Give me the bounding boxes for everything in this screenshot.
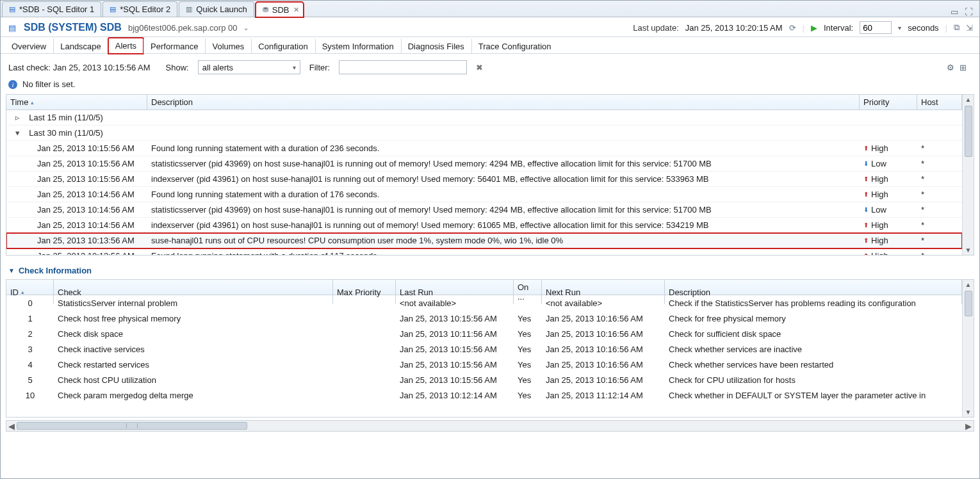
col-maxprio[interactable]: Max Priority [333, 280, 396, 304]
alert-time: Jan 25, 2013 10:13:56 AM [6, 236, 147, 245]
scroll-thumb[interactable] [17, 422, 247, 430]
editor-tab-label: Quick Launch [196, 4, 247, 14]
scroll-down-icon[interactable]: ▼ [965, 407, 972, 417]
col-time[interactable]: Time ▴ [6, 95, 147, 110]
tab-overview[interactable]: Overview [4, 38, 53, 54]
tab-diagnosis-files[interactable]: Diagnosis Files [401, 38, 471, 54]
sort-indicator-icon: ▴ [21, 289, 24, 295]
minimize-icon[interactable]: ▭ [951, 7, 958, 17]
tab-label: Trace Configuration [478, 42, 551, 51]
show-combo[interactable]: all alerts ▾ [198, 60, 300, 74]
scroll-thumb[interactable] [965, 106, 972, 157]
export-icon[interactable]: ⇲ [966, 23, 973, 33]
scroll-right-icon[interactable]: ▶ [963, 421, 974, 431]
copy-icon[interactable]: ⧉ [954, 22, 960, 33]
alert-host: * [917, 220, 962, 230]
editor-tab-strip: ▤ *SDB - SQL Editor 1 ▤ *SQL Editor 2 ▥ … [1, 1, 979, 17]
alerts-vscrollbar[interactable]: ▲ ▼ [962, 95, 974, 255]
check-on: Yes [514, 391, 542, 400]
checks-header-row: ID▴ Check Max Priority Last Run On ... N… [6, 280, 962, 295]
tab-trace-configuration[interactable]: Trace Configuration [471, 38, 559, 54]
editor-tab-quicklaunch[interactable]: ▥ Quick Launch [179, 1, 254, 17]
tab-landscape[interactable]: Landscape [53, 38, 108, 54]
tab-system-information[interactable]: System Information [315, 38, 401, 54]
alert-time: Jan 25, 2013 10:14:56 AM [6, 220, 147, 230]
editor-tab-label: SDB [272, 5, 290, 15]
col-host[interactable]: Host [917, 95, 962, 110]
check-row[interactable]: 5 Check host CPU utilization Jan 25, 201… [6, 372, 962, 387]
check-desc: Check for free physical memory [665, 314, 962, 323]
checks-table: ID▴ Check Max Priority Last Run On ... N… [6, 279, 974, 418]
alert-row[interactable]: Jan 25, 2013 10:15:56 AM indexserver (pi… [6, 172, 962, 187]
interval-input[interactable] [860, 21, 892, 34]
checks-vscrollbar[interactable]: ▲ ▼ [962, 280, 974, 417]
col-on[interactable]: On ... [514, 280, 542, 304]
tab-configuration[interactable]: Configuration [251, 38, 314, 54]
editor-tab-sql2[interactable]: ▤ *SQL Editor 2 [102, 1, 177, 17]
editor-tab-label: *SQL Editor 2 [120, 4, 170, 14]
tab-performance[interactable]: Performance [143, 38, 205, 54]
col-description[interactable]: Description [147, 95, 860, 110]
check-row[interactable]: 1 Check host free physical memory Jan 25… [6, 311, 962, 326]
check-desc: Check whether in DEFAULT or SYSTEM layer… [665, 391, 962, 400]
scroll-left-icon[interactable]: ◀ [6, 421, 17, 431]
check-row[interactable]: 0 StatisticsServer internal problem <not… [6, 295, 962, 311]
check-id: 5 [6, 375, 54, 385]
alert-row[interactable]: Jan 25, 2013 10:15:56 AM statisticsserve… [6, 156, 962, 172]
check-row[interactable]: 3 Check inactive services Jan 25, 2013 1… [6, 341, 962, 357]
group-row-15min[interactable]: ▹ Last 15 min (11/0/5) [6, 110, 962, 126]
editor-tab-sdb[interactable]: ⛃ SDB ✕ [256, 2, 304, 17]
alert-row[interactable]: Jan 25, 2013 10:14:56 AM indexserver (pi… [6, 218, 962, 233]
alert-desc: Found long running statement with a dura… [147, 143, 860, 153]
scroll-thumb[interactable] [965, 291, 972, 316]
refresh-icon[interactable]: ⟳ [789, 23, 796, 33]
tab-alerts[interactable]: Alerts [108, 38, 143, 54]
check-desc: Check whether services are inactive [665, 345, 962, 354]
alert-desc: statisticsserver (pid 43969) on host sus… [147, 159, 860, 168]
check-name: Check param mergedog delta merge [54, 391, 333, 400]
check-information-header[interactable]: ▼ Check Information [1, 256, 979, 279]
maximize-icon[interactable]: ⛶ [965, 7, 973, 17]
filter-input[interactable] [339, 60, 467, 74]
alert-row-selected[interactable]: Jan 25, 2013 10:13:56 AM suse-hanajl01 r… [6, 233, 962, 248]
group-row-30min[interactable]: ▾ Last 30 min (11/0/5) [6, 126, 962, 141]
play-icon[interactable]: ▶ [811, 23, 817, 33]
horizontal-scrollbar[interactable]: ◀ ▶ [6, 420, 974, 432]
filter-label: Filter: [309, 63, 331, 72]
check-on: Yes [514, 375, 542, 385]
alert-desc: Found long running statement with a dura… [147, 251, 860, 255]
collapse-section-icon[interactable]: ▼ [8, 267, 15, 274]
configure-icon[interactable]: ⚙ [947, 63, 954, 72]
tab-volumes[interactable]: Volumes [205, 38, 251, 54]
interval-dropdown-icon[interactable]: ▾ [898, 24, 901, 31]
alert-row[interactable]: Jan 25, 2013 10:13:56 AM Found long runn… [6, 248, 962, 255]
last-check-value: Jan 25, 2013 10:15:56 AM [53, 63, 151, 72]
check-nextrun: Jan 25, 2013 10:16:56 AM [542, 375, 665, 385]
priority-low-icon: ⬇ [863, 206, 869, 213]
editor-tab-label: *SDB - SQL Editor 1 [19, 4, 94, 14]
editor-tab-sql1[interactable]: ▤ *SDB - SQL Editor 1 [2, 1, 101, 17]
no-filter-text: No filter is set. [22, 79, 75, 89]
view-mode-icon[interactable]: ⊞ [960, 63, 967, 72]
alert-row[interactable]: Jan 25, 2013 10:14:56 AM statisticsserve… [6, 202, 962, 218]
clear-filter-icon[interactable]: ✖ [476, 63, 483, 72]
dropdown-icon[interactable]: ⌄ [243, 24, 249, 31]
scroll-up-icon[interactable]: ▲ [965, 280, 972, 289]
collapse-icon[interactable]: ▾ [15, 128, 24, 138]
col-priority[interactable]: Priority [860, 95, 917, 110]
alert-desc: suse-hanajl01 runs out of CPU resources!… [147, 236, 860, 245]
check-row[interactable]: 2 Check disk space Jan 25, 2013 10:11:56… [6, 326, 962, 341]
check-lastrun: Jan 25, 2013 10:12:14 AM [396, 391, 514, 400]
check-desc: Check for sufficient disk space [665, 329, 962, 339]
scroll-up-icon[interactable]: ▲ [965, 95, 972, 104]
alert-time: Jan 25, 2013 10:15:56 AM [6, 174, 147, 184]
check-row[interactable]: 10 Check param mergedog delta merge Jan … [6, 387, 962, 403]
close-icon[interactable]: ✕ [293, 6, 299, 14]
alert-row[interactable]: Jan 25, 2013 10:15:56 AM Found long runn… [6, 141, 962, 156]
check-row[interactable]: 4 Check restarted services Jan 25, 2013 … [6, 357, 962, 372]
alert-row[interactable]: Jan 25, 2013 10:14:56 AM Found long runn… [6, 187, 962, 202]
scroll-down-icon[interactable]: ▼ [965, 245, 972, 255]
priority-high-icon: ⬆ [863, 252, 869, 255]
alert-prio: High [871, 143, 888, 153]
expand-icon[interactable]: ▹ [15, 113, 24, 122]
